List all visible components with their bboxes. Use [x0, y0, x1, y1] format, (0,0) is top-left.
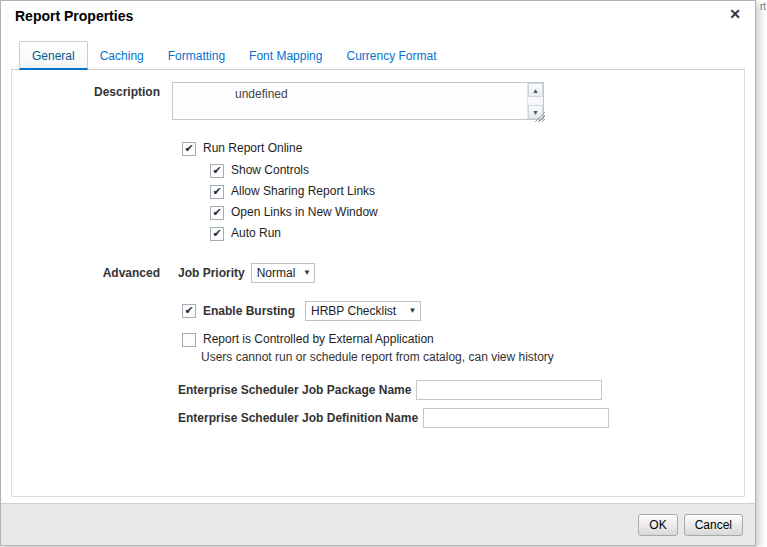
open-links-label: Open Links in New Window	[231, 204, 378, 219]
check-icon: ✔	[184, 305, 193, 315]
show-controls-checkbox[interactable]: ✔	[210, 164, 224, 178]
cancel-button[interactable]: Cancel	[684, 514, 743, 536]
auto-run-row: ✔ Auto Run	[210, 225, 744, 241]
description-row: Description undefined ▲ ▼	[12, 82, 744, 120]
ok-button[interactable]: OK	[638, 514, 677, 536]
report-properties-dialog: Report Properties ✕ General Caching Form…	[0, 0, 756, 546]
tab-formatting[interactable]: Formatting	[156, 42, 237, 69]
auto-run-label: Auto Run	[231, 225, 281, 240]
tab-caching[interactable]: Caching	[88, 42, 156, 69]
description-value: undefined	[173, 83, 543, 101]
dialog-title: Report Properties	[15, 8, 133, 24]
bursting-definition-select[interactable]: HRBP Checklist ▼	[305, 301, 421, 321]
job-package-label: Enterprise Scheduler Job Package Name	[178, 383, 411, 397]
allow-sharing-label: Allow Sharing Report Links	[231, 183, 375, 198]
close-icon[interactable]: ✕	[729, 6, 741, 22]
advanced-row: Advanced Job Priority Normal ▼	[12, 263, 744, 283]
check-icon: ✔	[212, 228, 221, 238]
external-app-row: Report is Controlled by External Applica…	[12, 331, 744, 364]
advanced-section-label: Advanced	[12, 263, 172, 280]
description-textarea[interactable]: undefined ▲ ▼	[172, 82, 544, 120]
auto-run-checkbox[interactable]: ✔	[210, 227, 224, 241]
dialog-footer: OK Cancel	[1, 503, 755, 545]
show-controls-label: Show Controls	[231, 162, 309, 177]
open-links-row: ✔ Open Links in New Window	[210, 204, 744, 220]
tab-bar: General Caching Formatting Font Mapping …	[11, 41, 745, 70]
dropdown-arrow-icon: ▼	[299, 264, 314, 282]
job-priority-value: Normal	[252, 266, 300, 280]
allow-sharing-checkbox[interactable]: ✔	[210, 185, 224, 199]
bursting-definition-value: HRBP Checklist	[306, 304, 400, 318]
show-controls-row: ✔ Show Controls	[210, 162, 744, 178]
background-text-fragment: rt	[760, 1, 766, 12]
run-report-online-label: Run Report Online	[203, 140, 302, 155]
open-links-checkbox[interactable]: ✔	[210, 206, 224, 220]
job-definition-row: Enterprise Scheduler Job Definition Name	[12, 408, 744, 428]
allow-sharing-row: ✔ Allow Sharing Report Links	[210, 183, 744, 199]
check-icon: ✔	[212, 186, 221, 196]
external-app-label: Report is Controlled by External Applica…	[203, 331, 434, 346]
description-label: Description	[12, 82, 172, 99]
dialog-header: Report Properties ✕	[1, 1, 755, 31]
run-report-online-checkbox[interactable]: ✔	[182, 142, 196, 156]
external-app-help-text: Users cannot run or schedule report from…	[201, 350, 744, 364]
job-definition-label: Enterprise Scheduler Job Definition Name	[178, 411, 418, 425]
enable-bursting-label: Enable Bursting	[203, 304, 295, 318]
resize-grip-icon[interactable]	[535, 112, 545, 122]
general-tab-panel: Description undefined ▲ ▼ ✔ Run Report O…	[11, 70, 745, 497]
job-priority-select[interactable]: Normal ▼	[251, 263, 316, 283]
check-icon: ✔	[212, 207, 221, 217]
job-package-input[interactable]	[416, 380, 602, 400]
job-definition-input[interactable]	[423, 408, 609, 428]
external-app-checkbox[interactable]	[182, 333, 196, 347]
job-priority-label: Job Priority	[178, 266, 245, 280]
dropdown-arrow-icon: ▼	[405, 302, 420, 320]
job-package-row: Enterprise Scheduler Job Package Name	[12, 380, 744, 400]
check-icon: ✔	[212, 165, 221, 175]
enable-bursting-checkbox[interactable]: ✔	[182, 304, 196, 318]
tab-general[interactable]: General	[19, 41, 88, 70]
run-report-online-row: ✔ Run Report Online ✔ Show Controls ✔ Al…	[12, 140, 744, 241]
scroll-up-icon[interactable]: ▲	[528, 83, 543, 97]
check-icon: ✔	[184, 143, 193, 153]
tab-currency-format[interactable]: Currency Format	[334, 42, 448, 69]
tab-font-mapping[interactable]: Font Mapping	[237, 42, 334, 69]
enable-bursting-row: ✔ Enable Bursting HRBP Checklist ▼	[12, 301, 744, 321]
